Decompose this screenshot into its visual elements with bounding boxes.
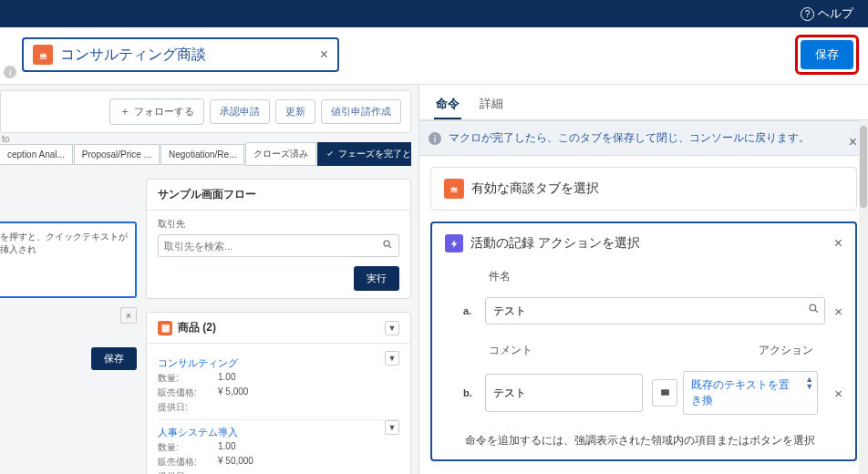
follow-button[interactable]: ＋フォローする <box>109 98 204 125</box>
left-preview-pane: to ＋フォローする 承認申請 更新 値引申請作成 ception Anal..… <box>0 85 419 474</box>
instruction-card-log-activity: 活動の記録 アクションを選択 × 件名 a. × <box>430 222 857 461</box>
product-link[interactable]: コンサルティング <box>158 357 238 368</box>
opportunity-icon <box>33 45 53 65</box>
products-panel-title: 商品 (2) <box>178 320 216 335</box>
info-banner: i マクロが完了したら、このタブを保存して閉じ、コンソールに戻ります。 × <box>419 120 868 156</box>
approval-button[interactable]: 承認申請 <box>210 99 270 124</box>
update-button[interactable]: 更新 <box>275 99 315 124</box>
to-label: to <box>2 134 9 144</box>
mark-stage-complete-button[interactable]: フェーズを完了としてマーク <box>317 142 411 166</box>
step-a-label: a. <box>463 305 476 316</box>
subject-label: 件名 <box>489 269 511 284</box>
scrollbar-thumb[interactable] <box>860 126 867 208</box>
memo-textarea[interactable]: を押すと、クイックテキストが挿入され <box>0 222 137 298</box>
products-panel: ▦ 商品 (2) ▼ ▼ コンサルティング 数量:1.00 販売価格:¥ 5,0… <box>146 312 411 474</box>
check-icon <box>326 149 335 159</box>
svg-point-2 <box>810 304 816 311</box>
right-editor-pane: 命令 詳細 i マクロが完了したら、このタブを保存して閉じ、コンソールに戻ります… <box>419 85 868 474</box>
step-a-row: a. × <box>463 297 842 325</box>
card-title: 活動の記録 アクションを選択 <box>470 235 640 252</box>
macro-title-input[interactable]: コンサルティング商談 × <box>22 37 339 72</box>
memo-close-button[interactable]: × <box>120 307 137 324</box>
tabs: 命令 詳細 <box>419 85 868 120</box>
macro-title-text: コンサルティング商談 <box>60 46 313 65</box>
step-remove-button[interactable]: × <box>834 386 842 401</box>
action-select-value: 既存のテキストを置き換 <box>691 378 790 407</box>
action-select[interactable]: 既存のテキストを置き換 ▲▼ <box>683 371 818 415</box>
header-row: i コンサルティング商談 × 保存 <box>0 27 868 85</box>
quote-create-button[interactable]: 値引申請作成 <box>321 99 401 124</box>
subject-input[interactable] <box>485 297 825 325</box>
stage-item[interactable]: Proposal/Price ... <box>74 144 160 165</box>
instruction-card-select-tab[interactable]: 有効な商談タブを選択 <box>430 167 857 211</box>
stage-item[interactable]: Negotiation/Re... <box>160 144 245 165</box>
product-item: ▼ コンサルティング 数量:1.00 販売価格:¥ 5,000 提供日: <box>158 351 399 420</box>
product-row-menu[interactable]: ▼ <box>385 351 399 366</box>
product-row-menu[interactable]: ▼ <box>385 420 399 435</box>
tab-details[interactable]: 詳細 <box>478 90 505 119</box>
help-link[interactable]: ? ヘルプ <box>801 5 853 22</box>
action-icon <box>445 234 463 252</box>
stage-path: ception Anal... Proposal/Price ... Negot… <box>0 142 411 166</box>
save-highlight-box: 保存 <box>795 35 859 75</box>
info-text: マクロが完了したら、このタブを保存して閉じ、コンソールに戻ります。 <box>449 131 810 144</box>
step-b-row: b. 既存のテキストを置き換 ▲▼ × <box>463 371 842 415</box>
stage-item[interactable]: ception Anal... <box>0 144 73 165</box>
add-instruction-hint: 命令を追加するには、強調表示された領域内の項目またはボタンを選択 <box>465 433 842 448</box>
stage-item[interactable]: クローズ済み <box>245 142 316 166</box>
search-icon <box>382 239 393 252</box>
memo-save-button[interactable]: 保存 <box>91 347 137 370</box>
product-icon: ▦ <box>158 321 172 335</box>
step-b-label: b. <box>463 387 476 398</box>
help-icon: ? <box>801 7 814 21</box>
insert-icon-button[interactable] <box>652 379 677 407</box>
account-field-label: 取引先 <box>158 218 399 231</box>
opportunity-icon <box>444 179 464 199</box>
save-button[interactable]: 保存 <box>801 40 853 69</box>
svg-point-0 <box>384 241 389 246</box>
select-arrows-icon: ▲▼ <box>805 376 813 390</box>
svg-line-1 <box>389 246 392 249</box>
product-link[interactable]: 人事システム導入 <box>158 427 238 438</box>
tab-instructions[interactable]: 命令 <box>434 90 461 119</box>
products-menu-button[interactable]: ▼ <box>385 321 399 335</box>
product-item: ▼ 人事システム導入 数量:1.00 販売価格:¥ 50,000 提供日: <box>158 420 399 474</box>
flow-panel-title: サンプル画面フロー <box>147 180 410 211</box>
flow-panel: サンプル画面フロー 取引先 実行 <box>146 179 411 299</box>
record-action-bar: ＋フォローする 承認申請 更新 値引申請作成 <box>0 90 411 133</box>
plus-icon: ＋ <box>119 104 130 119</box>
info-dot-icon: i <box>4 66 16 78</box>
global-topbar: ? ヘルプ <box>0 0 868 27</box>
card-title: 有効な商談タブを選択 <box>471 180 599 197</box>
memo-sidebar: を押すと、クイックテキストが挿入され × 保存 <box>0 222 137 370</box>
svg-line-3 <box>815 310 818 313</box>
account-search-input[interactable] <box>158 234 399 257</box>
flow-execute-button[interactable]: 実行 <box>354 266 399 291</box>
lookup-icon[interactable] <box>808 303 820 317</box>
help-label: ヘルプ <box>818 5 853 22</box>
comment-input[interactable] <box>485 374 643 412</box>
card-close-button[interactable]: × <box>834 235 842 252</box>
comment-label: コメント <box>489 343 532 358</box>
scrollbar[interactable] <box>859 120 868 474</box>
step-remove-button[interactable]: × <box>834 304 842 319</box>
clear-title-icon[interactable]: × <box>320 46 328 63</box>
info-icon: i <box>429 132 441 145</box>
info-close-button[interactable]: × <box>849 134 857 150</box>
account-search-field[interactable] <box>164 241 382 252</box>
action-label: アクション <box>759 343 813 358</box>
